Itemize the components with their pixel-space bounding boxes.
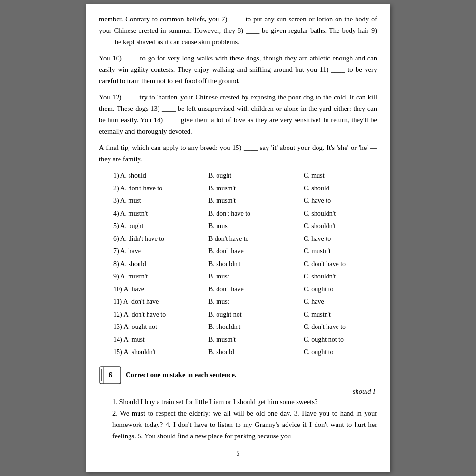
answer-col-a: 12) A. don't have to: [113, 308, 208, 321]
answer-col-c: C. mustn't: [304, 245, 399, 258]
answer-col-b: B. should: [208, 346, 304, 359]
answer-col-c: C. don't have to: [304, 258, 399, 271]
answer-col-b: B. ought not: [208, 308, 304, 321]
answer-col-b: B don't have to: [208, 233, 304, 246]
answer-col-b: B. mustn't: [208, 334, 304, 347]
page-number: 5: [99, 450, 377, 457]
page: member. Contrary to common beliefs, you …: [86, 4, 390, 471]
answer-col-c: C. shouldn't: [304, 208, 399, 220]
exercise-number: 6: [109, 371, 112, 379]
answer-col-c: C. don't have to: [304, 321, 399, 334]
answer-col-a: 1) A. should: [113, 169, 208, 182]
sentence-1: 1. Should I buy a train set for little L…: [112, 397, 377, 408]
exercise-6-header: 6 Correct one mistake in each sentence.: [99, 366, 377, 385]
answer-col-c: C. have to: [304, 233, 399, 246]
answer-col-b: B. shouldn't: [208, 258, 304, 271]
exercise-number-box: 6: [99, 366, 122, 385]
answer-col-b: B. must: [208, 270, 304, 283]
answer-col-c: C. shouldn't: [304, 270, 399, 283]
answer-col-c: C. ought not to: [304, 334, 399, 347]
answer-col-a: 5) A. ought: [113, 220, 208, 233]
answer-col-b: B. don't have to: [208, 208, 304, 220]
answer-col-a: 13) A. ought not: [113, 321, 208, 334]
body-paragraph-4: A final tip, which can apply to any bree…: [99, 142, 377, 165]
answer-col-a: 4) A. mustn't: [113, 208, 208, 220]
answer-col-a: 10) A. have: [113, 283, 208, 296]
answer-grid: 1) A. shouldB. oughtC. must2) A. don't h…: [113, 169, 377, 359]
answer-col-b: B. must: [208, 296, 304, 308]
answer-col-b: B. shouldn't: [208, 321, 304, 334]
answer-col-b: B. ought: [208, 169, 304, 182]
answer-col-c: C. have to: [304, 195, 399, 208]
answer-col-a: 3) A. must: [113, 195, 208, 208]
answer-col-c: C. ought to: [304, 283, 399, 296]
answer-col-b: B. must: [208, 220, 304, 233]
answer-col-c: C. have: [304, 296, 399, 308]
exercise-instruction: Correct one mistake in each sentence.: [126, 371, 236, 379]
answer-col-b: B. don't have: [208, 245, 304, 258]
rest-sentences: 2. We must to respect the elderly: we al…: [112, 408, 377, 442]
answer-col-b: B. don't have: [208, 283, 304, 296]
correction-area: should I 1. Should I buy a train set for…: [112, 387, 377, 442]
answer-col-c: C. should: [304, 182, 399, 195]
answer-col-c: C. must: [304, 169, 399, 182]
answer-col-b: B. mustn't: [208, 195, 304, 208]
answer-col-a: 6) A. didn't have to: [113, 233, 208, 246]
body-paragraph-3: You 12) ____ try to 'harden' your Chines…: [99, 92, 377, 138]
answer-col-c: C. shouldn't: [304, 220, 399, 233]
answer-col-a: 14) A. must: [113, 334, 208, 347]
answer-col-a: 11) A. don't have: [113, 296, 208, 308]
answer-col-a: 2) A. don't have to: [113, 182, 208, 195]
answer-col-a: 8) A. should: [113, 258, 208, 271]
correction-label: should I: [112, 387, 375, 396]
answer-col-b: B. mustn't: [208, 182, 304, 195]
answer-col-a: 7) A. have: [113, 245, 208, 258]
answer-col-c: C. mustn't: [304, 308, 399, 321]
answer-col-a: 15) A. shouldn't: [113, 346, 208, 359]
body-paragraph-2: You 10) ____ to go for very long walks w…: [99, 53, 377, 87]
body-paragraph-1: member. Contrary to common beliefs, you …: [99, 14, 377, 48]
answer-col-c: C. ought to: [304, 346, 399, 359]
answer-col-a: 9) A. mustn't: [113, 270, 208, 283]
